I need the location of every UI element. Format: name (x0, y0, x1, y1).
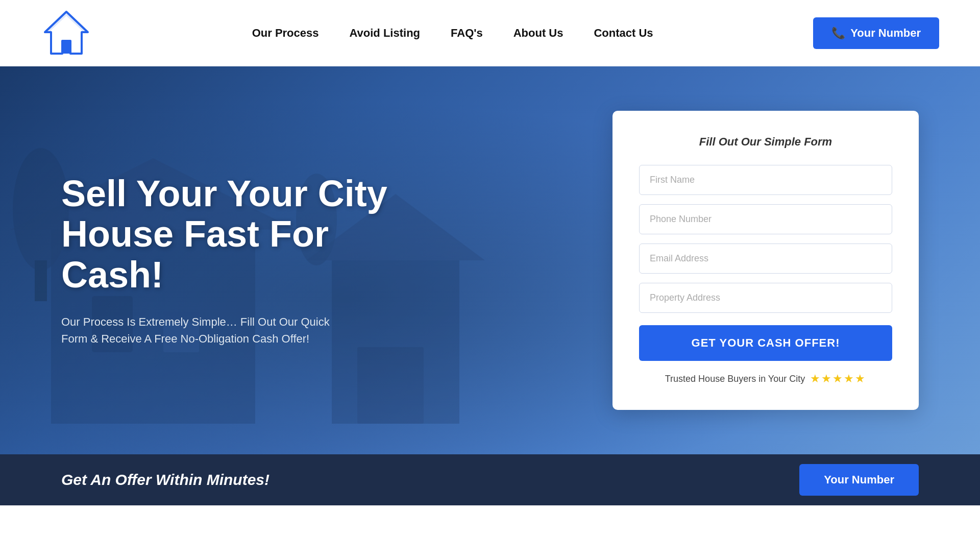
form-title: Fill Out Our Simple Form (639, 135, 892, 149)
nav-link-about-us[interactable]: About Us (513, 27, 564, 39)
logo[interactable] (41, 8, 92, 59)
get-cash-offer-button[interactable]: GET YOUR CASH OFFER! (639, 325, 892, 361)
footer-offer-text: Get An Offer Within Minutes! (61, 471, 270, 489)
footer-phone-label: Your Number (824, 473, 894, 486)
star-rating: ★★★★★ (810, 372, 866, 385)
nav-link-our-process[interactable]: Our Process (252, 27, 319, 39)
nav-link-contact-us[interactable]: Contact Us (594, 27, 653, 39)
hero-text-block: Sell Your Your City House Fast For Cash!… (61, 174, 419, 347)
submit-label: GET YOUR CASH OFFER! (692, 336, 840, 349)
nav-item-contact-us[interactable]: Contact Us (594, 27, 653, 40)
hero-content: Sell Your Your City House Fast For Cash!… (0, 111, 980, 410)
nav-item-about-us[interactable]: About Us (513, 27, 564, 40)
nav-item-our-process[interactable]: Our Process (252, 27, 319, 40)
trust-text: Trusted House Buyers in Your City (665, 374, 805, 384)
nav-links: Our Process Avoid Listing FAQ's About Us… (252, 27, 653, 40)
nav-item-faqs[interactable]: FAQ's (451, 27, 483, 40)
form-card: Fill Out Our Simple Form GET YOUR CASH O… (612, 111, 919, 410)
navbar: Our Process Avoid Listing FAQ's About Us… (0, 0, 980, 66)
home-logo-icon (41, 8, 92, 59)
nav-phone-label: Your Number (850, 27, 921, 40)
nav-item-avoid-listing[interactable]: Avoid Listing (350, 27, 421, 40)
svg-marker-2 (45, 12, 88, 32)
property-address-input[interactable] (639, 283, 892, 313)
nav-phone-button[interactable]: 📞 Your Number (813, 17, 939, 49)
phone-icon: 📞 (831, 27, 845, 40)
footer-strip: Get An Offer Within Minutes! Your Number (0, 454, 980, 505)
phone-number-input[interactable] (639, 204, 892, 234)
hero-section: Sell Your Your City House Fast For Cash!… (0, 66, 980, 454)
nav-link-faqs[interactable]: FAQ's (451, 27, 483, 39)
hero-subtitle: Our Process Is Extremely Simple… Fill Ou… (61, 313, 357, 347)
hero-title: Sell Your Your City House Fast For Cash! (61, 174, 419, 295)
email-address-input[interactable] (639, 243, 892, 274)
footer-phone-button[interactable]: Your Number (799, 464, 919, 496)
form-trust-row: Trusted House Buyers in Your City ★★★★★ (639, 372, 892, 385)
nav-link-avoid-listing[interactable]: Avoid Listing (350, 27, 421, 39)
first-name-input[interactable] (639, 165, 892, 195)
